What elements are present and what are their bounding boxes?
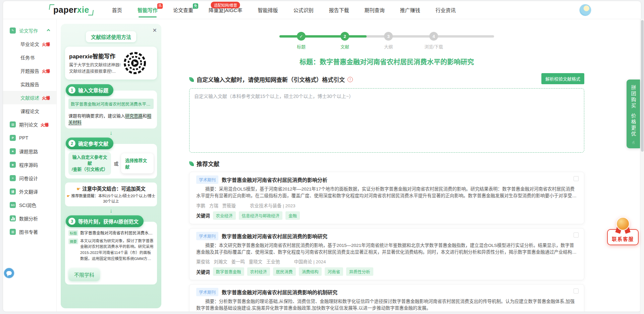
tip-prefix: 课题有明确要求的，建议输入 <box>68 113 125 118</box>
paper-abstract: 摘要：采用混合OLS模型，基于河南省2012年—2021年17个地市的面板数据，… <box>196 186 577 200</box>
btn-line1: 输入自定义参考文献 <box>72 155 107 166</box>
hot-badge: 火爆 <box>42 95 50 101</box>
or-label: 或 <box>114 160 118 167</box>
tip-highlight-1: 研究思路 <box>125 113 143 118</box>
nav-industry-news[interactable]: 行业资讯 <box>436 1 456 19</box>
logo-part1: paper <box>53 5 77 14</box>
sidebar-item-ppt[interactable]: PPPT <box>3 131 56 145</box>
nav-ai-writing[interactable]: 智能写作热 <box>138 1 158 19</box>
keyword-tag: 异质性分析 <box>346 267 373 276</box>
sidebar-item-proposal-report[interactable]: 开题报告火爆 <box>3 64 56 77</box>
parse-validate-button[interactable]: 解析校验文献格式 <box>541 73 584 84</box>
custom-literature-input[interactable] <box>189 88 584 153</box>
step-download-circle[interactable]: 4 <box>429 32 438 41</box>
sidebar-item-paper-writing[interactable]: ✎论文写作 <box>3 24 56 37</box>
nav-plagiarism-check[interactable]: 论文查重免 <box>173 1 193 19</box>
book-icon: ▥ <box>10 229 16 235</box>
paper-checkbox[interactable] <box>574 289 579 294</box>
sidebar-item-thesis[interactable]: 毕业论文火爆 <box>3 37 56 51</box>
nav-typesetting-label: 智能排版 <box>258 6 278 13</box>
step-outline-label: 大纲 <box>372 43 405 50</box>
step-literature-circle[interactable]: 2 <box>340 32 349 41</box>
sidebar-item-questionnaire[interactable]: ≡问卷设计 <box>3 171 56 185</box>
video-qr-code[interactable] <box>122 51 147 75</box>
sidebar-label: 外文翻译 <box>19 188 38 195</box>
leaf-icon <box>189 77 194 82</box>
reference-note-card: ☛ 注意中英文结合：可追加英文 ☛ 推荐数量提醒：本科15个以上/硕士20个以上… <box>65 182 157 206</box>
paper-title[interactable]: 数字普惠金融对河南省农村居民消费影响的机制研究 <box>222 289 337 296</box>
step1-tip: 课题有明确要求的，建议输入研究思路和相关材料 <box>68 112 154 125</box>
sidebar-label: 实践报告 <box>20 81 39 88</box>
keyword-tag: 信息经济与邮政经济 <box>239 211 283 220</box>
contact-support-widget[interactable]: 联系客服 <box>607 216 639 245</box>
paper-source: 农业技术与装备 | 2023 <box>250 202 296 209</box>
any-subject-button[interactable]: 不限学科 <box>68 268 100 281</box>
step2-block: 2确定参考文献 输入自定义参考文献/查新（引文格式） 或 选择推荐文献 ☛ 注意… <box>65 138 157 206</box>
group-buy-tab[interactable]: 拼团购买 价格更优 ☝ <box>627 80 640 148</box>
nav-journal-search[interactable]: 期刊查询 <box>365 1 385 19</box>
paper-title[interactable]: 数字普惠金融对河南省农村居民消费的影响研究 <box>222 232 327 240</box>
scrollbar-thumb[interactable] <box>641 20 644 152</box>
sidebar-item-practice-report[interactable]: 实践报告 <box>3 77 56 91</box>
sidebar-item-journal-paper[interactable]: ▤期刊论文火爆 <box>3 118 56 131</box>
nav-formula-ocr-label: 公式识别 <box>293 6 314 13</box>
pointing-hand-icon: ☛ <box>76 186 81 192</box>
paper-keywords: 关键词 农业经济 信息经济与邮政经济 金融 <box>196 211 577 220</box>
sidebar-item-topic-ideas[interactable]: ★课题思路 <box>3 145 56 158</box>
nav-promotion[interactable]: 推广赚钱 <box>400 1 420 19</box>
step2-badge: 2确定参考文献 <box>66 138 113 149</box>
paper-checkbox[interactable] <box>574 176 579 181</box>
paper-keywords: 关键词 数字普惠金融 农村经济 居民消费 消费结构 河南省 异质性分析 <box>196 267 577 276</box>
intro-title: paperxie智能写作 <box>69 52 120 60</box>
nav-journal-search-label: 期刊查询 <box>365 6 385 13</box>
paper-card-2: 学术期刊 数字普惠金融对河南省农村居民消费的影响研究 摘要：本文研究数字普惠金融… <box>189 228 584 280</box>
paper-head: 学术期刊 数字普惠金融对河南省农村居民消费的影响研究 <box>196 232 577 240</box>
nav-typesetting[interactable]: 智能排版 <box>258 1 278 19</box>
sidebar-label: 问卷设计 <box>19 175 38 181</box>
code-icon: ◈ <box>10 162 16 168</box>
hot-corner-badge: 热 <box>157 3 163 9</box>
nav-reduce-aigc[interactable]: 降重复|AIGC率适配知网/维普 <box>209 1 243 19</box>
write-icon: ✎ <box>10 28 16 34</box>
nav-report-download[interactable]: 报告下载 <box>329 1 349 19</box>
cnki-compat-badge: 适配知网/维普 <box>211 2 240 8</box>
abstract-tag: 摘要 <box>68 239 78 244</box>
nav-home[interactable]: 首页 <box>112 1 122 19</box>
step-title-circle[interactable]: ✓ <box>297 32 306 41</box>
nav-formula-ocr[interactable]: 公式识别 <box>293 1 314 19</box>
step-outline-circle[interactable]: 3 <box>384 32 393 41</box>
step-label: 等待片刻，获得AI原创范文 <box>78 218 139 225</box>
chat-icon <box>6 271 12 275</box>
sidebar-item-source-code[interactable]: ◈程序源码 <box>3 158 56 171</box>
user-avatar[interactable] <box>579 4 591 16</box>
close-icon[interactable]: ✕ <box>153 27 157 34</box>
paper-authors: 李鹏 方瑞 贾筱璇 <box>196 202 236 209</box>
custom-references-button[interactable]: 输入自定义参考文献/查新（引文格式） <box>68 152 111 175</box>
sidebar-item-book-monograph[interactable]: ▥图书专著 <box>3 225 56 239</box>
paper-checkbox[interactable] <box>574 232 579 238</box>
keyword-tag: 居民消费 <box>273 267 296 276</box>
step3-badge: 3等待片刻，获得AI原创范文 <box>66 215 144 227</box>
sidebar-item-sci-polish[interactable]: SCISCI润色 <box>3 198 56 212</box>
sidebar-item-translation[interactable]: 译外文翻译 <box>3 185 56 198</box>
journal-type-badge: 学术期刊 <box>196 175 218 184</box>
step-number: 1 <box>68 87 75 94</box>
paper-head: 学术期刊 数字普惠金融对河南省农村居民消费的影响分析 <box>196 175 577 184</box>
ppt-icon: P <box>10 135 16 141</box>
paper-title[interactable]: 数字普惠金融对河南省农村居民消费的影响分析 <box>222 176 327 183</box>
logo[interactable]: paperxie <box>50 5 93 15</box>
sidebar-item-data-analysis[interactable]: 数据分析 <box>3 212 56 225</box>
top-navbar: paperxie 首页 智能写作热 论文查重免 降重复|AIGC率适配知网/维普… <box>3 1 641 19</box>
chat-bubble-button[interactable] <box>3 267 15 279</box>
sidebar-label: SCI润色 <box>19 202 36 208</box>
sidebar-item-task-book[interactable]: 任务书 <box>3 51 56 64</box>
info-icon: ! <box>347 77 353 82</box>
step-literature-label: 文献 <box>328 43 362 50</box>
app-window: paperxie 首页 智能写作热 论文查重免 降重复|AIGC率适配知网/维普… <box>3 1 641 312</box>
sidebar-item-course-paper[interactable]: 课程论文 <box>3 104 56 118</box>
sidebar-label: 文献综述 <box>20 94 39 101</box>
recommended-references-button[interactable]: 选择推荐文献 <box>121 153 154 173</box>
logo-part2: xie <box>77 5 89 14</box>
sidebar-item-literature-review[interactable]: 文献综述火爆 <box>3 91 56 104</box>
free-corner-badge: 免 <box>193 3 198 9</box>
